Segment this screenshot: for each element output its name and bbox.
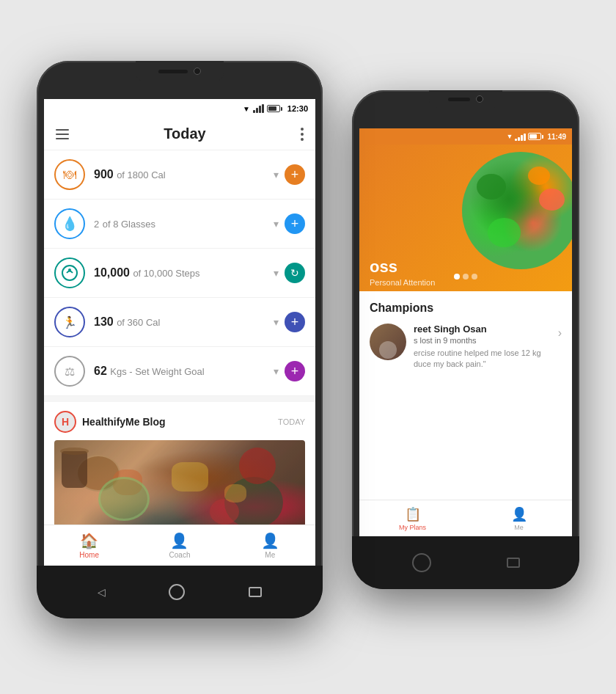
nav-tab-me-2[interactable]: 👤 Me xyxy=(466,500,572,536)
champion-name: reet Singh Osan xyxy=(414,324,551,335)
coach-icon: 👤 xyxy=(170,532,188,549)
signal-icon-2 xyxy=(515,132,526,141)
recents-button-2[interactable] xyxy=(507,558,520,568)
exercise-text: 130 of 360 Cal xyxy=(94,315,265,329)
champion-chevron[interactable]: › xyxy=(558,326,562,340)
tracker-calories[interactable]: 🍽 900 of 1800 Cal ▾ + xyxy=(44,150,315,200)
calories-icon: 🍽 xyxy=(54,159,85,190)
dot-1[interactable] xyxy=(454,274,460,280)
me-label-1: Me xyxy=(265,551,275,559)
coach-label: Coach xyxy=(169,551,191,559)
calories-text: 900 of 1800 Cal xyxy=(94,168,265,181)
water-icon: 💧 xyxy=(54,208,85,239)
speaker xyxy=(158,70,188,73)
home-button-2[interactable] xyxy=(412,553,431,572)
hero-banner[interactable]: oss Personal Attention xyxy=(359,145,572,291)
me-label-2: Me xyxy=(514,524,524,531)
blog-header: H HealthifyMe Blog TODAY xyxy=(54,411,305,433)
blog-logo-row: H HealthifyMe Blog xyxy=(54,411,166,433)
champion-avatar xyxy=(370,324,406,360)
phone-1: ▼ 12:30 xyxy=(37,61,323,618)
nav-tab-my-plans[interactable]: 📋 My Plans xyxy=(359,500,466,536)
exercise-chevron[interactable]: ▾ xyxy=(274,316,279,328)
carousel-dots xyxy=(454,274,477,280)
my-plans-label: My Plans xyxy=(399,524,426,531)
svg-point-0 xyxy=(62,266,77,280)
back-button[interactable]: ◁ xyxy=(98,586,106,598)
steps-chevron[interactable]: ▾ xyxy=(274,267,279,279)
home-icon: 🏠 xyxy=(80,532,98,549)
main-header: Today xyxy=(44,118,315,150)
champion-card[interactable]: reet Singh Osan s lost in 9 months ercis… xyxy=(370,324,562,370)
water-text: 2 of 8 Glasses xyxy=(94,217,265,230)
blog-title: HealthifyMe Blog xyxy=(82,416,166,428)
hero-subtitle: Personal Attention xyxy=(370,278,435,287)
weight-add-button[interactable]: + xyxy=(285,361,305,381)
calories-chevron[interactable]: ▾ xyxy=(274,169,279,180)
svg-point-1 xyxy=(68,269,71,271)
salad-image xyxy=(462,152,572,269)
speaker-2 xyxy=(448,98,470,101)
blog-section: H HealthifyMe Blog TODAY xyxy=(44,402,315,536)
phone-2: ▼ 11:49 xyxy=(352,90,579,589)
weight-chevron[interactable]: ▾ xyxy=(274,365,279,377)
blog-date: TODAY xyxy=(278,417,305,426)
weight-icon: ⚖ xyxy=(54,356,85,387)
phone-2-screen: ▼ 11:49 xyxy=(359,128,572,536)
camera-2 xyxy=(476,95,483,103)
tracker-weight[interactable]: ⚖ 62 Kgs - Set Weight Goal ▾ + xyxy=(44,347,315,396)
water-chevron[interactable]: ▾ xyxy=(274,218,279,230)
tracker-water[interactable]: 💧 2 of 8 Glasses ▾ + xyxy=(44,200,315,249)
tracker-list: 🍽 900 of 1800 Cal ▾ + 💧 2 of 8 Glasses xyxy=(44,150,315,402)
more-options-button[interactable] xyxy=(301,128,304,141)
signal-icon xyxy=(253,104,264,113)
blog-image[interactable] xyxy=(54,440,305,536)
battery-icon-2 xyxy=(528,133,543,140)
steps-refresh-button[interactable]: ↻ xyxy=(285,263,305,283)
nav-tab-me-1[interactable]: 👤 Me xyxy=(225,525,315,566)
champions-section: Champions reet Singh Osan s lost in 9 mo… xyxy=(359,291,572,381)
hero-title: oss xyxy=(370,257,397,277)
steps-text: 10,000 of 10,000 Steps xyxy=(94,266,265,280)
me-icon-1: 👤 xyxy=(261,532,279,549)
steps-icon xyxy=(54,257,85,288)
tracker-exercise[interactable]: 🏃 130 of 360 Cal ▾ + xyxy=(44,298,315,347)
status-bar-1: ▼ 12:30 xyxy=(44,99,315,118)
phone-1-screen: ▼ 12:30 xyxy=(44,99,315,566)
champions-title: Champions xyxy=(370,302,562,315)
page-title: Today xyxy=(164,125,205,142)
exercise-add-button[interactable]: + xyxy=(285,312,305,332)
me-icon-2: 👤 xyxy=(511,506,527,522)
phone-2-hardware-bar xyxy=(352,536,579,589)
bottom-nav-2: 📋 My Plans 👤 Me xyxy=(359,500,572,536)
bottom-nav-1: 🏠 Home 👤 Coach 👤 Me xyxy=(44,525,315,566)
weight-text: 62 Kgs - Set Weight Goal xyxy=(94,365,265,378)
home-label: Home xyxy=(79,551,99,559)
recents-button[interactable] xyxy=(249,587,262,597)
home-hardware-button[interactable] xyxy=(169,584,185,600)
phone-1-hardware-bar: ◁ xyxy=(37,566,323,618)
champion-info: reet Singh Osan s lost in 9 months ercis… xyxy=(414,324,551,370)
tracker-steps[interactable]: 10,000 of 10,000 Steps ▾ ↻ xyxy=(44,249,315,298)
battery-icon xyxy=(267,105,282,112)
phone-2-notch xyxy=(429,90,502,108)
status-bar-2: ▼ 11:49 xyxy=(359,128,572,145)
dot-2[interactable] xyxy=(463,274,469,280)
menu-button[interactable] xyxy=(56,129,69,139)
water-add-button[interactable]: + xyxy=(285,213,305,234)
my-plans-icon: 📋 xyxy=(405,506,421,522)
nav-tab-coach[interactable]: 👤 Coach xyxy=(134,525,224,566)
status-time-1: 12:30 xyxy=(287,104,308,113)
nav-tab-home[interactable]: 🏠 Home xyxy=(44,525,134,566)
phone-1-notch xyxy=(136,61,224,81)
status-time-2: 11:49 xyxy=(547,133,566,141)
blog-logo: H xyxy=(54,411,76,433)
exercise-icon: 🏃 xyxy=(54,307,85,337)
dot-3[interactable] xyxy=(472,274,477,280)
champion-quote: ercise routine helped me lose 12 kg duce… xyxy=(414,348,551,370)
champion-stat: s lost in 9 months xyxy=(414,336,551,345)
camera xyxy=(194,67,201,75)
calories-add-button[interactable]: + xyxy=(285,164,305,185)
